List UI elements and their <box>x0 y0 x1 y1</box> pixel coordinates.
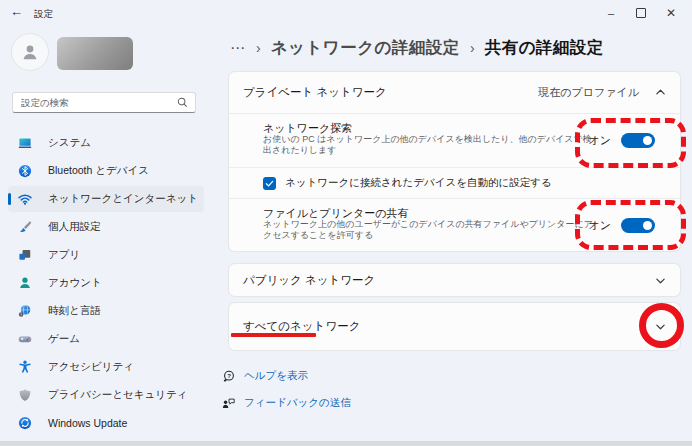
network-icon <box>18 192 32 206</box>
chevron-down-icon <box>655 275 666 286</box>
sidebar-item-windows-update[interactable]: Windows Update <box>8 410 204 436</box>
network-discovery-toggle[interactable]: オン <box>588 114 655 167</box>
send-feedback-link[interactable]: フィードバックの送信 <box>222 396 351 410</box>
toggle-state-label: オン <box>588 133 611 148</box>
sidebar-item-gaming[interactable]: ゲーム <box>8 326 204 352</box>
section-title: パブリック ネットワーク <box>243 273 375 288</box>
sidebar-item-label: プライバシーとセキュリティ <box>48 388 187 402</box>
settings-window: ← 設定 – ✕ システム <box>0 0 692 446</box>
window-title: 設定 <box>34 8 53 21</box>
breadcrumb: ⋯ › ネットワークの詳細設定 › 共有の詳細設定 <box>230 36 604 60</box>
page-title: 共有の詳細設定 <box>485 37 604 59</box>
sidebar-item-label: Windows Update <box>48 417 127 429</box>
breadcrumb-overflow-button[interactable]: ⋯ <box>230 39 246 57</box>
titlebar: ← 設定 – ✕ <box>0 0 692 28</box>
apps-icon <box>18 248 32 262</box>
time-language-icon <box>18 304 32 318</box>
privacy-shield-icon <box>18 388 32 402</box>
bluetooth-icon <box>18 164 32 178</box>
all-networks-card[interactable]: すべてのネットワーク <box>228 302 681 351</box>
public-network-card[interactable]: パブリック ネットワーク <box>228 263 681 297</box>
search-input[interactable] <box>13 97 177 108</box>
accessibility-icon <box>18 360 32 374</box>
chevron-right-icon: › <box>256 40 261 56</box>
sidebar-item-label: 時刻と言語 <box>48 304 101 318</box>
feedback-icon <box>222 397 235 410</box>
link-label: ヘルプを表示 <box>244 369 308 383</box>
sidebar-item-label: アクセシビリティ <box>48 360 134 374</box>
system-icon <box>18 136 32 150</box>
link-label: フィードバックの送信 <box>244 396 351 410</box>
maximize-icon <box>636 8 646 18</box>
checkbox-checked-icon[interactable] <box>263 177 276 190</box>
user-name-redacted <box>57 37 133 70</box>
current-profile-badge: 現在のプロファイル <box>538 85 639 100</box>
checkbox-label: ネットワークに接続されたデバイスを自動的に設定する <box>285 176 552 190</box>
svg-text:?: ? <box>227 371 231 378</box>
settings-search[interactable] <box>12 92 196 113</box>
person-icon <box>20 42 40 62</box>
maximize-button[interactable] <box>626 0 656 26</box>
toggle-state-label: オン <box>588 218 611 233</box>
network-discovery-row: ネットワーク探索 お使いの PC はネットワーク上の他のデバイスを検出したり、他… <box>229 114 680 167</box>
search-icon <box>177 97 188 108</box>
sidebar-item-system[interactable]: システム <box>8 130 204 156</box>
sidebar-item-accessibility[interactable]: アクセシビリティ <box>8 354 204 380</box>
sidebar-item-label: システム <box>48 136 91 150</box>
back-button[interactable]: ← <box>10 4 23 19</box>
breadcrumb-parent[interactable]: ネットワークの詳細設定 <box>271 37 460 59</box>
windows-update-icon <box>18 416 32 430</box>
window-bottom-edge <box>0 441 692 446</box>
chevron-right-icon: › <box>470 40 475 56</box>
sidebar-item-privacy[interactable]: プライバシーとセキュリティ <box>8 382 204 408</box>
help-icon: ? <box>222 370 235 383</box>
toggle-switch-icon <box>621 133 655 148</box>
auto-setup-checkbox-row[interactable]: ネットワークに接続されたデバイスを自動的に設定する <box>229 168 680 198</box>
chevron-up-icon <box>655 87 666 98</box>
sidebar-item-label: Bluetooth とデバイス <box>48 164 149 178</box>
sidebar-item-label: アカウント <box>48 276 102 290</box>
sidebar-item-personalization[interactable]: 個人用設定 <box>8 214 204 240</box>
gaming-icon <box>18 332 32 346</box>
sidebar-item-accounts[interactable]: アカウント <box>8 270 204 296</box>
sidebar-item-time-language[interactable]: 時刻と言語 <box>8 298 204 324</box>
setting-description: ネットワーク上の他のユーザーがこのデバイスの共有ファイルやプリンターにアクセスす… <box>263 219 593 241</box>
sidebar-item-label: ゲーム <box>48 332 80 346</box>
user-avatar[interactable] <box>11 33 49 71</box>
sidebar-item-apps[interactable]: アプリ <box>8 242 204 268</box>
file-printer-sharing-row: ファイルとプリンターの共有 ネットワーク上の他のユーザーがこのデバイスの共有ファ… <box>229 199 680 252</box>
private-network-card: プライベート ネットワーク 現在のプロファイル ネットワーク探索 お使いの PC… <box>228 71 681 252</box>
personalization-icon <box>18 220 32 234</box>
section-title: プライベート ネットワーク <box>243 85 387 100</box>
accounts-icon <box>18 276 32 290</box>
sidebar-item-label: ネットワークとインターネット <box>48 192 198 206</box>
setting-description: お使いの PC はネットワーク上の他のデバイスを検出したり、他のデバイスで検出さ… <box>263 134 593 156</box>
sidebar-item-label: 個人用設定 <box>48 220 101 234</box>
sidebar-item-network[interactable]: ネットワークとインターネット <box>8 186 204 212</box>
sidebar-item-label: アプリ <box>48 248 80 262</box>
selected-indicator <box>8 193 11 205</box>
section-title: すべてのネットワーク <box>243 319 360 334</box>
sidebar-nav: システム Bluetooth とデバイス <box>8 130 204 438</box>
file-printer-sharing-toggle[interactable]: オン <box>588 199 655 252</box>
sidebar-item-bluetooth[interactable]: Bluetooth とデバイス <box>8 158 204 184</box>
minimize-button[interactable]: – <box>596 0 626 26</box>
close-button[interactable]: ✕ <box>656 0 686 26</box>
get-help-link[interactable]: ? ヘルプを表示 <box>222 369 308 383</box>
toggle-switch-icon <box>621 218 655 233</box>
private-network-header[interactable]: プライベート ネットワーク 現在のプロファイル <box>229 72 680 113</box>
chevron-down-icon <box>655 321 666 332</box>
